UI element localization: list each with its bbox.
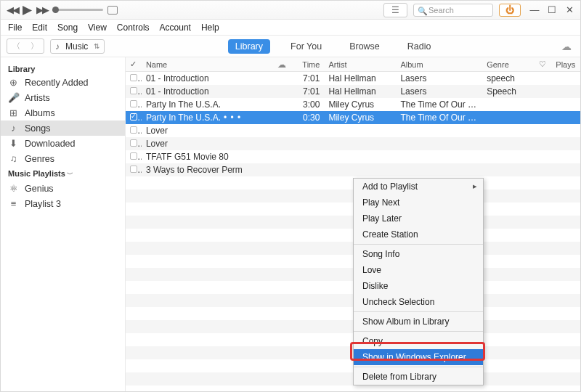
sidebar-icon: ≡ bbox=[8, 198, 19, 209]
context-item-play-next[interactable]: Play Next bbox=[354, 195, 483, 211]
sidebar-heading-playlists: Music Playlists﹀ bbox=[1, 166, 125, 181]
context-item-dislike[interactable]: Dislike bbox=[354, 278, 483, 294]
search-input[interactable]: 🔍 Search bbox=[413, 4, 493, 17]
col-check[interactable]: ✓ bbox=[126, 60, 142, 69]
context-item-show-in-windows-explorer[interactable]: Show in Windows Explorer bbox=[354, 349, 483, 365]
col-plays[interactable]: Plays bbox=[551, 60, 580, 69]
cell-name: Party In The U.S.A. bbox=[142, 99, 271, 110]
sidebar-item-songs[interactable]: ♪Songs bbox=[1, 121, 125, 136]
table-row[interactable]: 3 Ways to Recover Perm bbox=[126, 163, 580, 176]
sidebar-item-label: Genres bbox=[25, 154, 54, 164]
table-row[interactable]: 01 - Introduction7:01Hal HellmanLasersSp… bbox=[126, 85, 580, 98]
context-item-song-info[interactable]: Song Info bbox=[354, 246, 483, 262]
play-button[interactable]: ▶ bbox=[23, 2, 32, 17]
next-track-button[interactable]: ▶▶ bbox=[36, 4, 48, 15]
nav-back-forward: 〈 〉 bbox=[7, 38, 44, 54]
sidebar-item-label: Recently Added bbox=[25, 78, 89, 88]
player-bar: ◀◀ ▶ ▶▶ ☰ 🔍 Search ⏻ — ☐ ✕ bbox=[1, 1, 580, 20]
sidebar-item-genres[interactable]: ♫Genres bbox=[1, 151, 125, 166]
sidebar-icon: ♪ bbox=[8, 123, 19, 134]
search-icon: 🔍 bbox=[418, 7, 428, 16]
col-genre[interactable]: Genre bbox=[482, 60, 534, 69]
cell-album: The Time Of Our Liv... bbox=[396, 113, 482, 123]
col-artist[interactable]: Artist bbox=[324, 60, 396, 69]
table-row[interactable]: 01 - Introduction7:01Hal HellmanLaserssp… bbox=[126, 72, 580, 85]
row-checkbox[interactable] bbox=[130, 166, 137, 173]
context-item-uncheck-selection[interactable]: Uncheck Selection bbox=[354, 294, 483, 310]
row-checkbox[interactable] bbox=[130, 113, 137, 121]
table-row[interactable]: Party In The U.S.A.3:00Miley CyrusThe Ti… bbox=[126, 98, 580, 111]
sidebar-item-recently-added[interactable]: ⊕Recently Added bbox=[1, 75, 125, 90]
row-checkbox[interactable] bbox=[130, 100, 137, 107]
media-picker[interactable]: ♪ Music ⇅ bbox=[50, 39, 105, 54]
col-time[interactable]: Time bbox=[293, 60, 325, 69]
prev-track-button[interactable]: ◀◀ bbox=[7, 4, 18, 15]
sidebar-playlist-playlist-3[interactable]: ≡Playlist 3 bbox=[1, 196, 125, 211]
chevron-down-icon[interactable]: ﹀ bbox=[67, 171, 73, 178]
airplay-button[interactable] bbox=[107, 6, 118, 15]
table-row[interactable]: TFATF G51 Movie 80 bbox=[126, 150, 580, 163]
table-row[interactable]: Lover bbox=[126, 124, 580, 137]
cell-artist: Miley Cyrus bbox=[324, 99, 396, 110]
context-item-create-station[interactable]: Create Station bbox=[354, 226, 483, 242]
sidebar-item-artists[interactable]: 🎤Artists bbox=[1, 90, 125, 105]
volume-slider[interactable] bbox=[52, 9, 103, 11]
row-checkbox[interactable] bbox=[130, 87, 137, 94]
table-header: ✓ Name ☁ Time Artist Album Genre ♡ Plays bbox=[126, 57, 580, 72]
context-item-show-album-in-library[interactable]: Show Album in Library bbox=[354, 314, 483, 330]
sidebar-icon: ⬇ bbox=[8, 138, 19, 149]
menu-controls[interactable]: Controls bbox=[117, 23, 150, 33]
cell-genre: speech bbox=[482, 73, 534, 83]
icloud-icon[interactable]: ☁ bbox=[561, 41, 572, 52]
more-icon[interactable]: • • • bbox=[224, 113, 241, 123]
sidebar-item-albums[interactable]: ⊞Albums bbox=[1, 105, 125, 121]
sidebar-icon: ♫ bbox=[8, 153, 19, 164]
minimize-button[interactable]: — bbox=[529, 4, 540, 15]
col-cloud-icon[interactable]: ☁ bbox=[271, 60, 293, 70]
menu-account[interactable]: Account bbox=[160, 23, 191, 33]
maximize-button[interactable]: ☐ bbox=[547, 4, 557, 15]
row-checkbox[interactable] bbox=[130, 74, 137, 81]
search-placeholder: Search bbox=[428, 6, 454, 15]
menu-view[interactable]: View bbox=[88, 23, 107, 33]
context-menu: Add to PlaylistPlay NextPlay LaterCreate… bbox=[353, 178, 484, 385]
cell-name: TFATF G51 Movie 80 bbox=[142, 152, 271, 162]
close-button[interactable]: ✕ bbox=[564, 4, 574, 15]
media-picker-label: Music bbox=[65, 41, 88, 52]
row-checkbox[interactable] bbox=[130, 152, 137, 160]
cell-name: Lover bbox=[142, 139, 271, 149]
context-item-love[interactable]: Love bbox=[354, 262, 483, 278]
sidebar-item-downloaded[interactable]: ⬇Downloaded bbox=[1, 136, 125, 151]
row-checkbox[interactable] bbox=[130, 126, 137, 134]
tab-browse[interactable]: Browse bbox=[342, 39, 387, 54]
cell-name: Party In The U.S.A.• • • bbox=[142, 113, 271, 123]
account-button[interactable]: ⏻ bbox=[499, 4, 521, 17]
sidebar-item-label: Genius bbox=[25, 184, 54, 194]
sidebar-item-label: Songs bbox=[25, 123, 50, 134]
context-item-copy[interactable]: Copy bbox=[354, 333, 483, 349]
tab-library[interactable]: Library bbox=[228, 39, 270, 54]
sidebar-playlist-genius[interactable]: ⚛Genius bbox=[1, 181, 125, 196]
tab-radio[interactable]: Radio bbox=[400, 39, 439, 54]
row-checkbox[interactable] bbox=[130, 139, 137, 147]
menu-song[interactable]: Song bbox=[57, 23, 78, 33]
table-row[interactable]: Lover bbox=[126, 137, 580, 150]
menu-edit[interactable]: Edit bbox=[32, 23, 47, 33]
list-view-button[interactable]: ☰ bbox=[383, 3, 407, 17]
tab-for-you[interactable]: For You bbox=[283, 39, 329, 54]
context-separator bbox=[354, 244, 483, 245]
context-item-delete-from-library[interactable]: Delete from Library bbox=[354, 369, 483, 385]
nav-forward-button[interactable]: 〉 bbox=[25, 39, 44, 53]
menu-help[interactable]: Help bbox=[201, 23, 219, 33]
context-item-add-to-playlist[interactable]: Add to Playlist bbox=[354, 179, 483, 195]
col-album[interactable]: Album bbox=[396, 60, 482, 69]
cell-name: Lover bbox=[142, 126, 271, 136]
col-name[interactable]: Name bbox=[142, 60, 271, 69]
table-row[interactable]: Party In The U.S.A.• • •0:30Miley CyrusT… bbox=[126, 111, 580, 124]
nav-back-button[interactable]: 〈 bbox=[7, 39, 25, 53]
col-heart-icon[interactable]: ♡ bbox=[534, 60, 551, 69]
context-item-play-later[interactable]: Play Later bbox=[354, 211, 483, 226]
cell-album: Lasers bbox=[396, 73, 482, 83]
menu-file[interactable]: File bbox=[8, 23, 22, 33]
sidebar-item-label: Artists bbox=[25, 93, 50, 103]
